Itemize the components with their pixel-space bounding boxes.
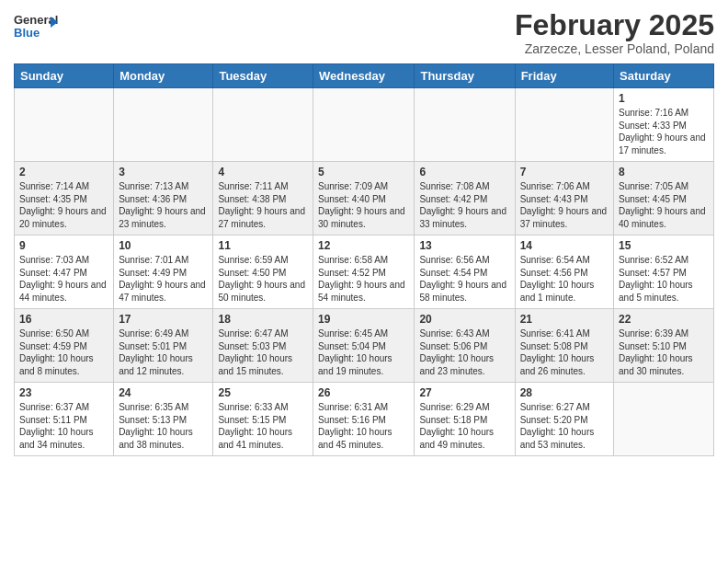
day-number: 13: [419, 239, 509, 252]
day-info: Sunrise: 6:52 AM Sunset: 4:57 PM Dayligh…: [619, 254, 709, 304]
calendar-day-cell: 8Sunrise: 7:05 AM Sunset: 4:45 PM Daylig…: [614, 162, 714, 236]
page: General Blue February 2025 Zarzecze, Les…: [0, 0, 728, 465]
day-number: 20: [419, 313, 509, 326]
day-info: Sunrise: 6:29 AM Sunset: 5:18 PM Dayligh…: [419, 401, 509, 451]
calendar-week-row: 1Sunrise: 7:16 AM Sunset: 4:33 PM Daylig…: [15, 88, 714, 162]
calendar-day-cell: 23Sunrise: 6:37 AM Sunset: 5:11 PM Dayli…: [15, 383, 114, 456]
calendar-day-cell: 9Sunrise: 7:03 AM Sunset: 4:47 PM Daylig…: [15, 236, 114, 309]
calendar-day-cell: [614, 383, 714, 456]
calendar-day-cell: 11Sunrise: 6:59 AM Sunset: 4:50 PM Dayli…: [213, 236, 313, 309]
day-number: 28: [520, 386, 609, 399]
day-info: Sunrise: 6:43 AM Sunset: 5:06 PM Dayligh…: [419, 327, 509, 377]
calendar-day-cell: 6Sunrise: 7:08 AM Sunset: 4:42 PM Daylig…: [415, 162, 515, 236]
calendar-day-cell: 28Sunrise: 6:27 AM Sunset: 5:20 PM Dayli…: [515, 383, 613, 456]
calendar-subtitle: Zarzecze, Lesser Poland, Poland: [515, 41, 714, 56]
calendar-day-cell: [114, 88, 213, 162]
calendar-day-cell: 12Sunrise: 6:58 AM Sunset: 4:52 PM Dayli…: [313, 236, 415, 309]
calendar-day-cell: 16Sunrise: 6:50 AM Sunset: 4:59 PM Dayli…: [15, 309, 114, 383]
logo: General Blue: [14, 9, 58, 46]
day-number: 2: [19, 166, 108, 178]
calendar-day-cell: 4Sunrise: 7:11 AM Sunset: 4:38 PM Daylig…: [213, 162, 313, 236]
day-info: Sunrise: 6:37 AM Sunset: 5:11 PM Dayligh…: [19, 401, 108, 451]
calendar-table: Sunday Monday Tuesday Wednesday Thursday…: [14, 63, 714, 456]
day-info: Sunrise: 7:08 AM Sunset: 4:42 PM Dayligh…: [419, 180, 509, 230]
day-number: 10: [119, 239, 208, 252]
header: General Blue February 2025 Zarzecze, Les…: [14, 9, 714, 56]
day-info: Sunrise: 6:39 AM Sunset: 5:10 PM Dayligh…: [619, 327, 709, 377]
svg-text:Blue: Blue: [14, 26, 40, 40]
calendar-day-cell: 26Sunrise: 6:31 AM Sunset: 5:16 PM Dayli…: [313, 383, 415, 456]
calendar-week-row: 23Sunrise: 6:37 AM Sunset: 5:11 PM Dayli…: [15, 383, 714, 456]
day-info: Sunrise: 6:50 AM Sunset: 4:59 PM Dayligh…: [19, 327, 108, 377]
day-info: Sunrise: 6:33 AM Sunset: 5:15 PM Dayligh…: [218, 401, 308, 451]
day-number: 11: [218, 239, 308, 252]
day-info: Sunrise: 6:59 AM Sunset: 4:50 PM Dayligh…: [218, 254, 308, 304]
day-info: Sunrise: 7:06 AM Sunset: 4:43 PM Dayligh…: [520, 180, 609, 230]
day-info: Sunrise: 6:35 AM Sunset: 5:13 PM Dayligh…: [119, 401, 208, 451]
day-number: 12: [318, 239, 409, 252]
calendar-day-cell: 13Sunrise: 6:56 AM Sunset: 4:54 PM Dayli…: [415, 236, 515, 309]
calendar-day-cell: 5Sunrise: 7:09 AM Sunset: 4:40 PM Daylig…: [313, 162, 415, 236]
calendar-day-cell: 10Sunrise: 7:01 AM Sunset: 4:49 PM Dayli…: [114, 236, 213, 309]
day-number: 5: [318, 166, 409, 178]
calendar-day-cell: 20Sunrise: 6:43 AM Sunset: 5:06 PM Dayli…: [415, 309, 515, 383]
title-block: February 2025 Zarzecze, Lesser Poland, P…: [515, 9, 714, 56]
calendar-day-cell: 2Sunrise: 7:14 AM Sunset: 4:35 PM Daylig…: [15, 162, 114, 236]
day-info: Sunrise: 7:14 AM Sunset: 4:35 PM Dayligh…: [19, 180, 108, 230]
day-number: 17: [119, 313, 208, 326]
day-info: Sunrise: 6:47 AM Sunset: 5:03 PM Dayligh…: [218, 327, 308, 377]
col-monday: Monday: [114, 64, 213, 88]
calendar-header-row: Sunday Monday Tuesday Wednesday Thursday…: [15, 64, 714, 88]
calendar-day-cell: [415, 88, 515, 162]
day-info: Sunrise: 6:27 AM Sunset: 5:20 PM Dayligh…: [520, 401, 609, 451]
calendar-day-cell: 24Sunrise: 6:35 AM Sunset: 5:13 PM Dayli…: [114, 383, 213, 456]
logo-icon: General Blue: [14, 9, 58, 42]
day-info: Sunrise: 7:16 AM Sunset: 4:33 PM Dayligh…: [619, 107, 709, 156]
col-wednesday: Wednesday: [313, 64, 415, 88]
day-info: Sunrise: 6:58 AM Sunset: 4:52 PM Dayligh…: [318, 254, 409, 304]
calendar-day-cell: 22Sunrise: 6:39 AM Sunset: 5:10 PM Dayli…: [614, 309, 714, 383]
col-sunday: Sunday: [15, 64, 114, 88]
day-info: Sunrise: 6:31 AM Sunset: 5:16 PM Dayligh…: [318, 401, 409, 451]
day-info: Sunrise: 6:49 AM Sunset: 5:01 PM Dayligh…: [119, 327, 208, 377]
calendar-day-cell: 3Sunrise: 7:13 AM Sunset: 4:36 PM Daylig…: [114, 162, 213, 236]
day-number: 19: [318, 313, 409, 326]
day-number: 15: [619, 239, 709, 252]
day-info: Sunrise: 7:05 AM Sunset: 4:45 PM Dayligh…: [619, 180, 709, 230]
calendar-day-cell: 21Sunrise: 6:41 AM Sunset: 5:08 PM Dayli…: [515, 309, 613, 383]
calendar-day-cell: [15, 88, 114, 162]
calendar-day-cell: 7Sunrise: 7:06 AM Sunset: 4:43 PM Daylig…: [515, 162, 613, 236]
day-number: 14: [520, 239, 609, 252]
day-number: 7: [520, 166, 609, 178]
calendar-week-row: 16Sunrise: 6:50 AM Sunset: 4:59 PM Dayli…: [15, 309, 714, 383]
day-info: Sunrise: 7:11 AM Sunset: 4:38 PM Dayligh…: [218, 180, 308, 230]
col-friday: Friday: [515, 64, 613, 88]
calendar-day-cell: 17Sunrise: 6:49 AM Sunset: 5:01 PM Dayli…: [114, 309, 213, 383]
calendar-title: February 2025: [515, 9, 714, 41]
day-info: Sunrise: 7:03 AM Sunset: 4:47 PM Dayligh…: [19, 254, 108, 304]
day-number: 21: [520, 313, 609, 326]
day-info: Sunrise: 6:41 AM Sunset: 5:08 PM Dayligh…: [520, 327, 609, 377]
calendar-day-cell: 25Sunrise: 6:33 AM Sunset: 5:15 PM Dayli…: [213, 383, 313, 456]
day-number: 9: [19, 239, 108, 252]
day-number: 27: [419, 386, 509, 399]
day-number: 4: [218, 166, 308, 178]
day-info: Sunrise: 7:01 AM Sunset: 4:49 PM Dayligh…: [119, 254, 208, 304]
calendar-day-cell: 27Sunrise: 6:29 AM Sunset: 5:18 PM Dayli…: [415, 383, 515, 456]
day-number: 22: [619, 313, 709, 326]
day-number: 6: [419, 166, 509, 178]
day-number: 23: [19, 386, 108, 399]
day-number: 1: [619, 92, 709, 105]
day-number: 18: [218, 313, 308, 326]
day-number: 3: [119, 166, 208, 178]
col-thursday: Thursday: [415, 64, 515, 88]
calendar-day-cell: 19Sunrise: 6:45 AM Sunset: 5:04 PM Dayli…: [313, 309, 415, 383]
day-number: 8: [619, 166, 709, 178]
day-number: 24: [119, 386, 208, 399]
day-info: Sunrise: 6:45 AM Sunset: 5:04 PM Dayligh…: [318, 327, 409, 377]
col-tuesday: Tuesday: [213, 64, 313, 88]
calendar-week-row: 2Sunrise: 7:14 AM Sunset: 4:35 PM Daylig…: [15, 162, 714, 236]
calendar-week-row: 9Sunrise: 7:03 AM Sunset: 4:47 PM Daylig…: [15, 236, 714, 309]
day-number: 16: [19, 313, 108, 326]
calendar-day-cell: [515, 88, 613, 162]
